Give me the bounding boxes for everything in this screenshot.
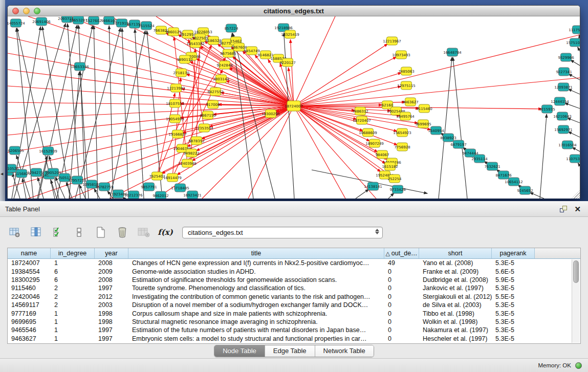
table-cell[interactable]: Estimation of significance thresholds fo… [128,276,384,283]
graph-edge[interactable] [186,74,294,106]
table-row[interactable]: 2242004622012Investigating the contribut… [8,293,580,301]
table-cell[interactable]: 1 [51,318,95,325]
graph-edge[interactable] [388,193,394,199]
table-cell[interactable]: 1 [51,310,95,317]
table-cell[interactable]: 9115460 [8,285,51,292]
table-row[interactable]: 911546021997Tourette syndrome. Phenomeno… [8,284,580,292]
table-cell[interactable]: 5.3E-5 [492,310,535,317]
column-header-short[interactable]: short [419,248,492,258]
table-cell[interactable]: 5.3E-5 [492,285,535,292]
table-cell[interactable]: 1998 [95,310,128,317]
delete-table-icon[interactable] [136,225,151,240]
table-cell[interactable]: 0 [384,293,419,300]
column-header-pagerank[interactable]: pagerank [492,248,535,258]
table-cell[interactable]: 1 [51,335,95,342]
table-cell[interactable]: 9463627 [8,335,51,342]
table-cell[interactable]: 0 [384,268,419,275]
table-cell[interactable]: 6 [51,268,95,275]
table-cell[interactable]: Changes of HCN gene expression and I(f) … [128,259,384,267]
graph-edge[interactable] [57,26,93,199]
select-rows-icon[interactable] [50,225,66,240]
graph-edge[interactable] [294,106,381,172]
minimize-window-icon[interactable] [23,8,30,14]
table-cell[interactable]: Tibbo et al. (1998) [419,310,492,317]
vertical-scrollbar[interactable] [572,259,580,343]
graph-edge[interactable] [94,26,98,199]
table-cell[interactable]: 2 [51,285,95,292]
table-cell[interactable]: 49 [384,259,419,267]
table-cell[interactable]: 1998 [95,318,128,325]
table-cell[interactable]: Hescheler et al. (1997) [419,335,492,342]
network-canvas[interactable]: 1405572420691406209371931065328715276029… [8,16,580,199]
graph-edge[interactable] [568,132,580,137]
table-row[interactable]: 946554611997Estimation of the future num… [8,326,580,334]
table-cell[interactable]: Corpus callosum shape and size in male p… [128,310,384,317]
graph-edge[interactable] [23,179,26,199]
table-cell[interactable]: 2008 [95,276,128,283]
table-row[interactable]: 977716911998Corpus callosum shape and si… [8,309,580,317]
window-titlebar[interactable]: citations_edges.txt [8,6,580,16]
table-cell[interactable]: 2 [51,293,95,300]
graph-edge[interactable] [294,78,580,106]
table-cell[interactable]: 14569117 [8,301,51,309]
graph-edge[interactable] [356,189,369,199]
graph-edge[interactable] [8,106,294,170]
tab-network-table[interactable]: Network Table [315,345,374,357]
float-window-icon[interactable] [560,206,567,212]
splitter-collapse-icon[interactable]: ◀ [1,172,3,176]
table-cell[interactable]: de Silva et al. (2003) [419,301,492,309]
graph-edge[interactable] [571,60,580,65]
trash-icon[interactable] [115,225,130,240]
new-document-icon[interactable] [93,225,108,240]
graph-edge[interactable] [68,24,80,199]
table-cell[interactable]: Estimation of the future numbers of pati… [128,326,384,334]
column-header-in_degree[interactable]: in_degree [51,248,95,258]
table-cell[interactable]: Genome-wide association studies in ADHD. [128,268,384,275]
table-cell[interactable]: 6 [51,276,95,283]
column-header-name[interactable]: name [8,248,51,258]
graph-edge[interactable] [94,189,100,199]
table-cell[interactable]: Stergiakouli et al. (2012) [419,293,492,300]
table-cell[interactable]: 5.3E-5 [492,318,535,325]
table-cell[interactable]: Jankovic et al. (1997) [419,285,492,292]
table-cell[interactable]: 5.6E-5 [492,268,535,275]
table-cell[interactable]: 0 [384,318,419,325]
left-splitter[interactable]: ◀ [0,0,5,201]
table-cell[interactable]: 5.3E-5 [492,259,535,267]
table-cell[interactable]: 5.3E-5 [492,335,535,342]
table-cell[interactable]: 0 [384,285,419,292]
graph-edge[interactable] [8,106,294,119]
table-cell[interactable]: 18300295 [8,276,51,283]
table-cell[interactable]: 2012 [95,293,128,300]
close-window-icon[interactable] [12,8,19,14]
table-cell[interactable]: 9465546 [8,326,51,334]
graph-edge[interactable] [294,57,397,106]
tab-edge-table[interactable]: Edge Table [265,345,315,357]
table-cell[interactable]: 0 [384,276,419,283]
table-cell[interactable]: 1997 [95,335,128,342]
table-row[interactable]: 1938455462009Genome-wide association stu… [8,267,580,275]
table-row[interactable]: 1872400712008Changes of HCN gene express… [8,259,580,267]
graph-edge[interactable] [578,47,580,51]
table-cell[interactable]: Investigating the contribution of common… [128,293,384,300]
table-cell[interactable]: Yano et al. (2008) [419,259,492,267]
table-cell[interactable]: Tourette syndrome. Phenomenology and cla… [128,285,384,292]
graph-edge[interactable] [294,106,398,145]
graph-edge[interactable] [530,192,544,199]
table-cell[interactable]: 1 [51,259,95,267]
graph-edge[interactable] [294,35,580,106]
zoom-window-icon[interactable] [34,8,40,14]
table-cell[interactable]: 2003 [95,301,128,309]
table-cell[interactable]: Structural magnetic resonance image aver… [128,318,384,325]
table-cell[interactable]: 5.3E-5 [492,326,535,334]
table-cell[interactable]: 19384554 [8,268,51,275]
table-cell[interactable]: 5.3E-5 [492,301,535,309]
column-header-year[interactable]: year [95,248,128,258]
table-settings-icon[interactable] [7,225,23,240]
table-column-icon[interactable] [29,225,44,240]
graph-edge[interactable] [540,114,547,199]
table-row[interactable]: 946362711997Embryonic stem cells: a mode… [8,335,580,343]
table-cell[interactable]: 22420046 [8,293,51,300]
graph-edge[interactable] [579,35,580,38]
table-cell[interactable]: 1997 [95,326,128,334]
